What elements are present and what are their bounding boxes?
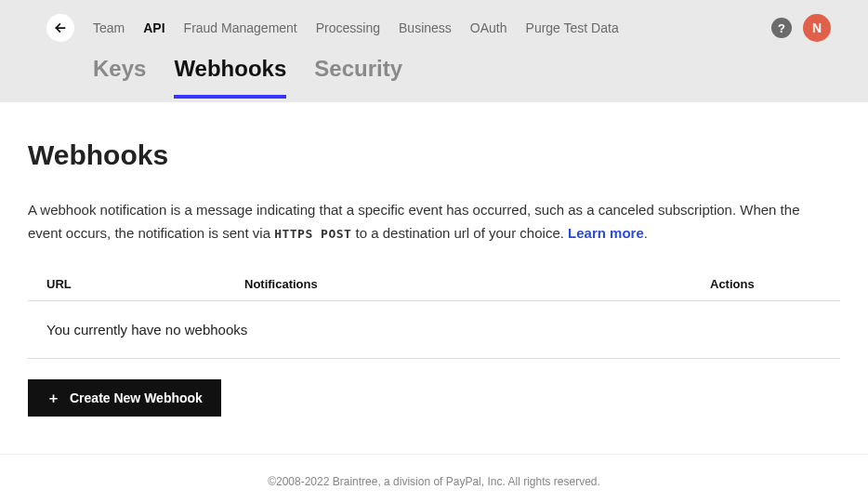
- footer: ©2008-2022 Braintree, a division of PayP…: [0, 454, 868, 504]
- avatar-initial: N: [812, 20, 822, 35]
- th-url: URL: [46, 277, 244, 291]
- desc-text-post: to a destination url of your choice.: [351, 225, 568, 241]
- top-nav-right: ? N: [771, 14, 831, 42]
- th-notifications: Notifications: [244, 277, 710, 291]
- help-icon: ?: [778, 21, 785, 35]
- nav-item-fraud[interactable]: Fraud Management: [184, 20, 297, 35]
- footer-text: ©2008-2022 Braintree, a division of PayP…: [268, 475, 600, 488]
- nav-item-processing[interactable]: Processing: [316, 20, 380, 35]
- desc-code: HTTPS POST: [274, 227, 351, 241]
- header: Team API Fraud Management Processing Bus…: [0, 0, 868, 102]
- nav-item-purge[interactable]: Purge Test Data: [526, 20, 619, 35]
- tab-webhooks[interactable]: Webhooks: [174, 56, 286, 99]
- page-title: Webhooks: [28, 139, 840, 171]
- desc-end: .: [644, 225, 648, 241]
- nav-items: Team API Fraud Management Processing Bus…: [93, 20, 771, 35]
- learn-more-link[interactable]: Learn more: [568, 225, 644, 241]
- nav-item-team[interactable]: Team: [93, 20, 125, 35]
- create-button-label: Create New Webhook: [70, 390, 203, 405]
- top-nav: Team API Fraud Management Processing Bus…: [0, 0, 868, 56]
- avatar[interactable]: N: [803, 14, 831, 42]
- help-button[interactable]: ?: [771, 18, 792, 38]
- empty-message: You currently have no webhooks: [46, 322, 247, 338]
- tab-security[interactable]: Security: [314, 56, 402, 99]
- arrow-left-icon: [54, 21, 67, 34]
- table-header: URL Notifications Actions: [28, 268, 840, 301]
- nav-item-business[interactable]: Business: [399, 20, 452, 35]
- th-actions: Actions: [710, 277, 822, 291]
- tab-keys[interactable]: Keys: [93, 56, 146, 99]
- sub-nav: Keys Webhooks Security: [0, 56, 868, 102]
- nav-item-oauth[interactable]: OAuth: [470, 20, 507, 35]
- webhooks-table: URL Notifications Actions You currently …: [28, 268, 840, 359]
- back-button[interactable]: [46, 14, 74, 42]
- table-empty-row: You currently have no webhooks: [28, 301, 840, 359]
- main-content: Webhooks A webhook notification is a mes…: [0, 102, 868, 454]
- description: A webhook notification is a message indi…: [28, 199, 827, 245]
- plus-icon: ＋: [46, 390, 60, 404]
- nav-item-api[interactable]: API: [143, 20, 164, 35]
- create-webhook-button[interactable]: ＋ Create New Webhook: [28, 379, 221, 417]
